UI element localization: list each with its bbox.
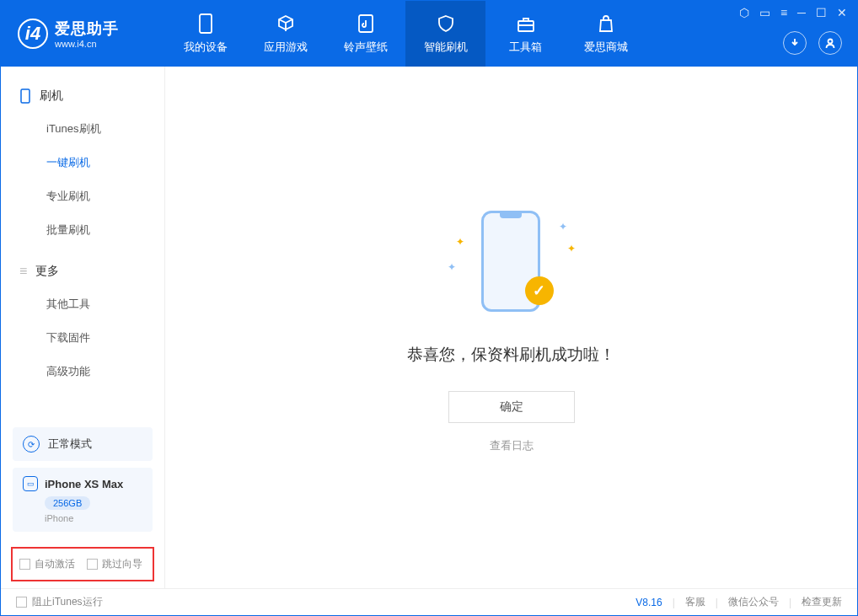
checkbox-icon bbox=[87, 559, 98, 570]
header-actions bbox=[783, 31, 842, 55]
wechat-link[interactable]: 微信公众号 bbox=[728, 595, 779, 609]
svg-point-3 bbox=[829, 40, 833, 44]
section-title: 刷机 bbox=[40, 88, 63, 104]
bag-icon bbox=[595, 13, 617, 35]
sidebar-item-other-tools[interactable]: 其他工具 bbox=[1, 287, 164, 321]
window-controls: ⬡ ▭ ≡ ─ ☐ ✕ bbox=[739, 6, 847, 19]
user-button[interactable] bbox=[818, 31, 842, 55]
tab-ringtone-wallpaper[interactable]: 铃声壁纸 bbox=[325, 1, 405, 67]
success-illustration: ✦ ✦ ✦ ✦ ✓ bbox=[444, 202, 579, 320]
sidebar-item-download-firmware[interactable]: 下载固件 bbox=[1, 321, 164, 355]
mode-label: 正常模式 bbox=[48, 437, 92, 452]
footer-right: V8.16 | 客服 | 微信公众号 | 检查更新 bbox=[635, 595, 842, 609]
checkbox-icon bbox=[19, 559, 30, 570]
tab-label: 应用游戏 bbox=[264, 40, 308, 55]
download-button[interactable] bbox=[783, 31, 807, 55]
phone-notch bbox=[500, 213, 522, 218]
highlighted-checkbox-row: 自动激活 跳过向导 bbox=[11, 547, 154, 581]
sparkle-icon: ✦ bbox=[559, 221, 567, 233]
phone-small-icon: ▭ bbox=[23, 476, 38, 491]
sidebar-item-itunes-flash[interactable]: iTunes刷机 bbox=[1, 112, 164, 146]
logo-text: 爱思助手 www.i4.cn bbox=[55, 19, 119, 49]
tab-label: 我的设备 bbox=[184, 40, 228, 55]
checkbox-skip-guide[interactable]: 跳过向导 bbox=[87, 557, 142, 571]
close-button[interactable]: ✕ bbox=[837, 6, 847, 19]
menu-icon[interactable]: ▭ bbox=[759, 6, 770, 19]
sidebar-item-batch-flash[interactable]: 批量刷机 bbox=[1, 213, 164, 247]
cube-icon bbox=[275, 13, 297, 35]
app-header: i4 爱思助手 www.i4.cn 我的设备 应用游戏 铃声壁纸 智能刷机 工具… bbox=[1, 1, 857, 67]
tab-label: 智能刷机 bbox=[424, 40, 468, 55]
toolbox-icon bbox=[515, 13, 537, 35]
list-icon[interactable]: ≡ bbox=[780, 6, 787, 19]
tab-label: 工具箱 bbox=[509, 40, 542, 55]
tab-label: 铃声壁纸 bbox=[344, 40, 388, 55]
shirt-icon[interactable]: ⬡ bbox=[739, 6, 749, 19]
app-title: 爱思助手 bbox=[55, 19, 119, 39]
device-type: iPhone bbox=[45, 513, 142, 523]
sidebar: 刷机 iTunes刷机 一键刷机 专业刷机 批量刷机 ≡ 更多 其他工具 下载固… bbox=[1, 67, 165, 588]
app-body: 刷机 iTunes刷机 一键刷机 专业刷机 批量刷机 ≡ 更多 其他工具 下载固… bbox=[1, 67, 857, 588]
sidebar-section-flash: 刷机 bbox=[1, 80, 164, 112]
svg-rect-0 bbox=[200, 14, 212, 33]
success-check-icon: ✓ bbox=[525, 276, 554, 305]
version-label: V8.16 bbox=[635, 597, 662, 608]
shield-icon bbox=[435, 13, 457, 35]
list-icon: ≡ bbox=[19, 264, 27, 279]
view-log-link[interactable]: 查看日志 bbox=[490, 438, 534, 453]
mode-box[interactable]: ⟳ 正常模式 bbox=[13, 427, 153, 461]
device-storage-badge: 256GB bbox=[45, 496, 90, 510]
support-link[interactable]: 客服 bbox=[685, 595, 705, 609]
tab-apps-games[interactable]: 应用游戏 bbox=[245, 1, 325, 67]
svg-rect-4 bbox=[21, 89, 29, 103]
sync-icon: ⟳ bbox=[23, 436, 40, 453]
sidebar-item-advanced[interactable]: 高级功能 bbox=[1, 355, 164, 388]
tab-label: 爱思商城 bbox=[584, 40, 628, 55]
device-name: iPhone XS Max bbox=[45, 478, 123, 490]
sparkle-icon: ✦ bbox=[448, 261, 456, 273]
tab-store[interactable]: 爱思商城 bbox=[566, 1, 646, 67]
checkbox-icon bbox=[16, 597, 27, 608]
main-content: ✦ ✦ ✦ ✦ ✓ 恭喜您，保资料刷机成功啦！ 确定 查看日志 bbox=[165, 67, 857, 588]
ok-button[interactable]: 确定 bbox=[448, 391, 575, 423]
tab-toolbox[interactable]: 工具箱 bbox=[485, 1, 566, 67]
checkbox-block-itunes[interactable]: 阻止iTunes运行 bbox=[16, 595, 103, 609]
minimize-button[interactable]: ─ bbox=[797, 6, 806, 19]
tab-my-device[interactable]: 我的设备 bbox=[165, 1, 245, 67]
sidebar-item-oneclick-flash[interactable]: 一键刷机 bbox=[1, 146, 164, 179]
app-logo-icon: i4 bbox=[18, 19, 48, 49]
checkbox-label: 自动激活 bbox=[35, 557, 75, 571]
logo-area: i4 爱思助手 www.i4.cn bbox=[1, 1, 165, 67]
checkbox-label: 跳过向导 bbox=[102, 557, 142, 571]
success-message: 恭喜您，保资料刷机成功啦！ bbox=[407, 344, 615, 366]
tab-smart-flash[interactable]: 智能刷机 bbox=[405, 1, 485, 67]
sparkle-icon: ✦ bbox=[567, 243, 576, 254]
maximize-button[interactable]: ☐ bbox=[816, 6, 827, 19]
phone-icon bbox=[19, 88, 31, 104]
sparkle-icon: ✦ bbox=[456, 236, 464, 248]
footer: 阻止iTunes运行 V8.16 | 客服 | 微信公众号 | 检查更新 bbox=[1, 588, 857, 615]
checkbox-label: 阻止iTunes运行 bbox=[32, 595, 103, 609]
sidebar-item-pro-flash[interactable]: 专业刷机 bbox=[1, 179, 164, 213]
check-update-link[interactable]: 检查更新 bbox=[802, 595, 842, 609]
app-subtitle: www.i4.cn bbox=[55, 39, 119, 49]
music-file-icon bbox=[355, 13, 377, 35]
device-icon bbox=[195, 13, 217, 35]
sidebar-section-more: ≡ 更多 bbox=[1, 255, 164, 287]
device-box[interactable]: ▭ iPhone XS Max 256GB iPhone bbox=[13, 468, 153, 532]
checkbox-auto-activate[interactable]: 自动激活 bbox=[19, 557, 75, 571]
section-title: 更多 bbox=[35, 264, 59, 279]
svg-rect-2 bbox=[518, 21, 534, 31]
